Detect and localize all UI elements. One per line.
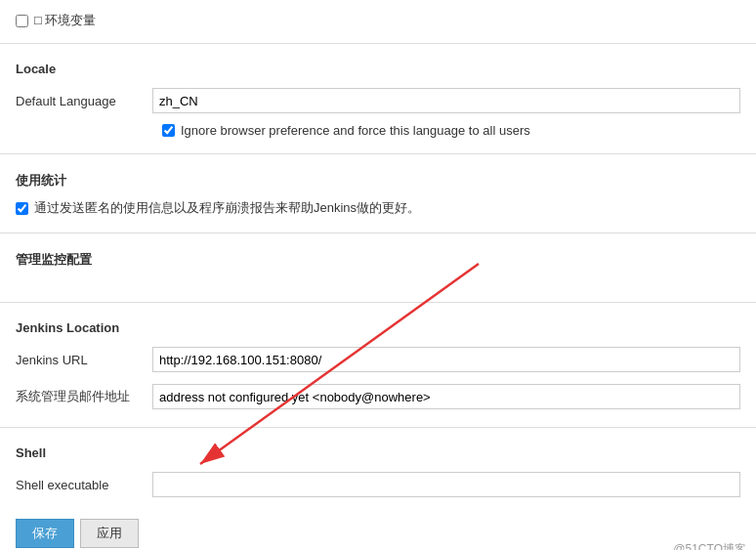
locale-checkbox-label: Ignore browser preference and force this… <box>181 123 530 138</box>
divider-4 <box>0 302 756 303</box>
jenkins-url-label: Jenkins URL <box>16 353 152 367</box>
default-language-input[interactable] <box>152 88 740 113</box>
buttons-row: 保存 应用 <box>0 507 756 550</box>
shell-section: Shell Shell executable <box>0 436 756 507</box>
admin-email-row: 系统管理员邮件地址 <box>16 378 740 415</box>
apply-button[interactable]: 应用 <box>80 519 139 548</box>
shell-executable-row: Shell executable <box>16 466 740 503</box>
env-var-label: □ 环境变量 <box>34 12 96 29</box>
shell-executable-label: Shell executable <box>16 478 152 492</box>
env-var-checkbox[interactable] <box>16 15 28 27</box>
locale-checkbox-row: Ignore browser preference and force this… <box>16 119 740 142</box>
usage-checkbox-row: 通过发送匿名的使用信息以及程序崩溃报告来帮助Jenkins做的更好。 <box>16 195 740 221</box>
locale-section: Locale Default Language Ignore browser p… <box>0 52 756 146</box>
locale-title: Locale <box>16 62 740 76</box>
default-language-label: Default Language <box>16 94 152 108</box>
jenkins-location-section: Jenkins Location Jenkins URL 系统管理员邮件地址 <box>0 311 756 419</box>
divider-1 <box>0 43 756 44</box>
shell-title: Shell <box>16 445 740 460</box>
monitoring-section: 管理监控配置 <box>0 241 756 294</box>
jenkins-url-input[interactable] <box>152 347 740 372</box>
divider-2 <box>0 153 756 154</box>
usage-stats-title: 使用统计 <box>16 172 740 190</box>
jenkins-location-title: Jenkins Location <box>16 320 740 335</box>
env-var-section: □ 环境变量 <box>0 0 756 35</box>
shell-executable-input[interactable] <box>152 472 740 497</box>
main-container: □ 环境变量 Locale Default Language Ignore br… <box>0 0 756 550</box>
monitoring-title: 管理监控配置 <box>16 251 740 269</box>
jenkins-url-row: Jenkins URL <box>16 341 740 378</box>
usage-checkbox-label: 通过发送匿名的使用信息以及程序崩溃报告来帮助Jenkins做的更好。 <box>34 199 420 217</box>
divider-3 <box>0 233 756 233</box>
usage-stats-section: 使用统计 通过发送匿名的使用信息以及程序崩溃报告来帮助Jenkins做的更好。 <box>0 162 756 225</box>
divider-5 <box>0 427 756 428</box>
locale-checkbox[interactable] <box>162 124 175 137</box>
default-language-row: Default Language <box>16 82 740 119</box>
admin-email-label: 系统管理员邮件地址 <box>16 388 152 405</box>
admin-email-input[interactable] <box>152 384 740 409</box>
usage-checkbox[interactable] <box>16 202 28 215</box>
watermark: @51CTO博客 <box>673 541 746 550</box>
save-button[interactable]: 保存 <box>16 519 74 548</box>
